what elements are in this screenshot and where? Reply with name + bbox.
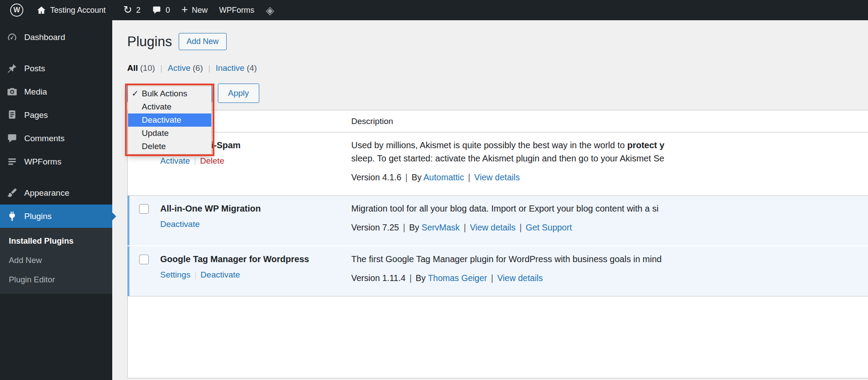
gtm-menu[interactable]: ◈	[260, 0, 280, 20]
submenu-item-plugin-editor[interactable]: Plugin Editor	[0, 270, 112, 289]
view-details-link[interactable]: View details	[497, 273, 543, 283]
sidebar-item-media[interactable]: Media	[0, 80, 112, 103]
filter-all[interactable]: All(10)	[127, 63, 155, 73]
check-icon: ✓	[132, 87, 139, 100]
plus-icon: +	[181, 4, 188, 15]
option-label: Update	[142, 128, 169, 138]
filter-all-label: All	[127, 63, 138, 73]
filter-active[interactable]: Active(6)	[168, 63, 203, 73]
comments-menu[interactable]: 0	[146, 0, 176, 20]
comments-count: 0	[166, 6, 170, 15]
plugin-checkbox[interactable]	[139, 255, 149, 264]
option-label: Delete	[142, 142, 166, 151]
author-link[interactable]: ServMask	[422, 223, 460, 232]
submenu-item-add-new[interactable]: Add New	[0, 251, 112, 270]
divider	[463, 223, 466, 232]
settings-link[interactable]: Settings	[160, 270, 191, 279]
plugin-description-line2: sleep. To get started: activate the Akis…	[351, 152, 868, 165]
sidebar-item-wpforms[interactable]: WPForms	[0, 150, 112, 173]
divider	[160, 63, 162, 73]
divider	[468, 172, 470, 182]
sidebar-item-label: Media	[24, 87, 47, 97]
comment-icon	[7, 133, 18, 144]
dropdown-option-bulk-actions[interactable]: ✓Bulk Actions	[128, 87, 211, 100]
author-link[interactable]: Thomas Geiger	[428, 273, 487, 283]
filter-inactive[interactable]: Inactive(4)	[216, 63, 257, 73]
site-menu[interactable]: Testing Account	[31, 0, 111, 20]
wpforms-menu[interactable]: WPForms	[213, 0, 260, 20]
dropdown-option-deactivate[interactable]: Deactivate	[128, 113, 211, 127]
sidebar-item-dashboard[interactable]: Dashboard	[0, 26, 112, 49]
get-support-link[interactable]: Get Support	[526, 223, 572, 232]
table-row-google-tag-manager: Google Tag Manager for Wordpress Setting…	[128, 246, 868, 296]
plugin-checkbox[interactable]	[139, 204, 149, 214]
menu-separator	[0, 49, 112, 57]
diamond-icon: ◈	[266, 5, 274, 16]
plugin-meta: Version 7.25By ServMaskView detailsGet S…	[351, 221, 868, 234]
form-icon	[7, 156, 18, 167]
updates-menu[interactable]: ↻ 2	[118, 0, 146, 20]
dashboard-icon	[7, 32, 18, 43]
by-label: By	[416, 273, 426, 283]
plugin-description: Used by millions, Akismet is quite possi…	[351, 139, 868, 152]
divider	[409, 273, 412, 283]
sidebar-item-appearance[interactable]: Appearance	[0, 181, 112, 205]
sidebar-item-label: Pages	[24, 110, 48, 120]
dropdown-option-update[interactable]: Update	[128, 127, 211, 140]
plugin-meta: Version 1.11.4By Thomas GeigerView detai…	[351, 271, 868, 285]
new-menu[interactable]: + New	[176, 0, 213, 20]
plugin-description: The first Google Tag Manager plugin for …	[351, 252, 868, 266]
sidebar-item-plugins[interactable]: Plugins	[0, 205, 112, 228]
deactivate-link[interactable]: Deactivate	[201, 270, 240, 279]
filter-active-label: Active	[168, 63, 191, 73]
sidebar-item-label: Posts	[24, 64, 45, 73]
submenu-item-installed-plugins[interactable]: Installed Plugins	[0, 231, 112, 251]
plugins-submenu: Installed Plugins Add New Plugin Editor	[0, 228, 112, 294]
update-icon: ↻	[123, 4, 132, 15]
sidebar-item-label: Dashboard	[24, 33, 65, 42]
table-row-akismet: Akismet Anti-Spam ActivateDelete Used by…	[128, 132, 868, 196]
filter-inactive-count: (4)	[246, 63, 257, 73]
table-header-row: Plugin Description	[128, 110, 868, 132]
apply-button[interactable]: Apply	[218, 84, 259, 103]
row-actions: SettingsDeactivate	[160, 269, 342, 281]
add-new-button[interactable]: Add New	[179, 33, 227, 50]
wpforms-label: WPForms	[219, 6, 254, 15]
divider	[519, 223, 522, 232]
by-label: By	[409, 223, 419, 232]
plugin-version: Version 4.1.6	[351, 172, 401, 182]
option-label: Activate	[142, 102, 172, 111]
option-label: Deactivate	[142, 115, 181, 124]
dropdown-option-activate[interactable]: Activate	[128, 100, 211, 113]
plugins-table: Plugin Description Akismet Anti-Spam Act…	[127, 110, 868, 378]
camera-icon	[7, 86, 18, 97]
filter-links: All(10) Active(6) Inactive(4)	[127, 63, 868, 73]
pin-icon	[7, 63, 18, 74]
by-label: By	[412, 172, 422, 182]
bulk-actions-dropdown: ✓Bulk Actions Activate Deactivate Update…	[128, 86, 212, 154]
column-header-description: Description	[351, 117, 868, 126]
sidebar-item-pages[interactable]: Pages	[0, 103, 112, 127]
dropdown-option-delete[interactable]: Delete	[128, 140, 211, 153]
divider	[194, 156, 196, 165]
divider	[491, 273, 493, 283]
delete-link[interactable]: Delete	[200, 156, 224, 165]
deactivate-link[interactable]: Deactivate	[160, 219, 200, 229]
activate-link[interactable]: Activate	[160, 156, 190, 165]
filter-active-count: (6)	[193, 63, 203, 73]
sidebar-item-comments[interactable]: Comments	[0, 127, 112, 150]
sidebar: Dashboard Posts Media Pages Comments WPF…	[0, 20, 112, 380]
view-details-link[interactable]: View details	[474, 172, 520, 182]
view-details-link[interactable]: View details	[470, 223, 515, 232]
author-link[interactable]: Automattic	[423, 172, 464, 182]
divider	[405, 172, 408, 182]
sidebar-item-label: Plugins	[24, 212, 51, 221]
sidebar-item-label: Appearance	[24, 188, 69, 198]
plugin-version: Version 7.25	[351, 223, 399, 232]
wordpress-menu[interactable]: W	[4, 0, 29, 20]
comment-icon	[152, 5, 162, 15]
plugin-title: Google Tag Manager for Wordpress	[160, 252, 342, 266]
site-name: Testing Account	[50, 6, 106, 15]
pages-icon	[7, 110, 18, 121]
sidebar-item-posts[interactable]: Posts	[0, 57, 112, 80]
